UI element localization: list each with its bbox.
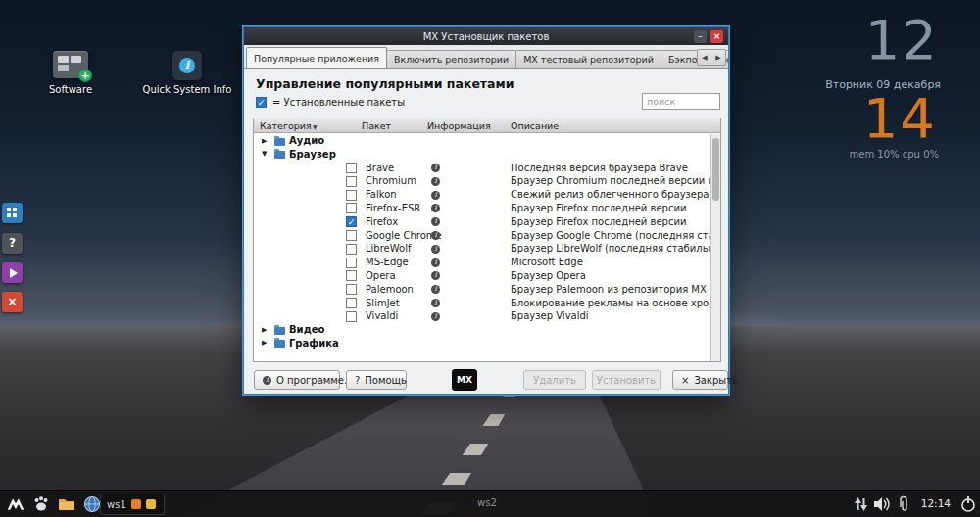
package-checkbox[interactable]: [346, 203, 357, 213]
folder-icon: [274, 138, 285, 146]
uninstall-button[interactable]: Удалить: [523, 370, 586, 390]
volume-icon[interactable]: [872, 494, 892, 514]
info-icon[interactable]: i: [431, 299, 440, 307]
scrollbar-thumb[interactable]: [712, 138, 719, 201]
dock-tools-icon[interactable]: [2, 203, 23, 223]
desktop-screen: + Software Quick System Info 12 Вторник …: [0, 0, 980, 517]
clipboard-paperclip-icon[interactable]: [894, 494, 913, 514]
info-icon[interactable]: i: [431, 285, 440, 294]
package-checkbox[interactable]: [346, 163, 357, 173]
info-icon[interactable]: i: [431, 164, 440, 172]
expand-icon[interactable]: ▶: [262, 324, 267, 338]
info-icon[interactable]: i: [431, 217, 440, 226]
dock-package-icon[interactable]: ×: [2, 292, 23, 312]
system-stats: mem 10% cpu 0%: [850, 149, 939, 160]
column-package[interactable]: Пакет: [362, 118, 391, 133]
package-row[interactable]: MS-EdgeiMicrosoft Edge: [254, 256, 710, 269]
column-information[interactable]: Информация: [427, 118, 491, 133]
info-icon[interactable]: i: [431, 245, 440, 254]
mx-menu-button[interactable]: [6, 494, 25, 514]
expand-icon[interactable]: ▶: [262, 337, 267, 351]
info-icon[interactable]: i: [431, 177, 440, 186]
category-row[interactable]: ▶Аудио: [254, 134, 710, 148]
info-icon[interactable]: i: [431, 231, 440, 240]
workspace-2-label[interactable]: ws2: [477, 497, 497, 508]
package-checkbox[interactable]: [346, 176, 357, 187]
category-row[interactable]: ▶Графика: [254, 337, 710, 351]
file-manager-icon[interactable]: [57, 494, 76, 514]
help-button[interactable]: ? Помощь: [346, 370, 407, 390]
tab-2[interactable]: MX тестовый репозиторий: [515, 50, 662, 68]
close-x-icon: ×: [681, 375, 689, 386]
package-row[interactable]: OperaiБраузер Opera: [254, 269, 710, 283]
browser-globe-icon[interactable]: [82, 494, 102, 514]
table-header[interactable]: Категория ▼ Пакет Информация Описание: [254, 118, 720, 133]
package-row[interactable]: ✓FirefoxiБраузер Firefox последней верси…: [254, 215, 710, 229]
package-table: Категория ▼ Пакет Информация Описание ▶А…: [253, 118, 721, 362]
package-name: Vivaldi: [366, 309, 398, 323]
column-category[interactable]: Категория: [260, 118, 312, 133]
software-icon-label: Software: [31, 84, 110, 95]
folder-icon: [274, 327, 285, 335]
package-row[interactable]: LibreWolfiБраузер LibreWolf (последняя с…: [254, 242, 710, 256]
package-row[interactable]: ChromiumiБраузер Chromium последней верс…: [254, 174, 710, 188]
window-mini-icon-1[interactable]: [131, 499, 141, 509]
category-row[interactable]: ▶Видео: [254, 323, 710, 337]
installed-filter-checkbox[interactable]: ✓: [256, 97, 267, 108]
close-window-button[interactable]: × Закрыть: [672, 370, 728, 390]
install-button[interactable]: Установить: [592, 370, 661, 390]
package-checkbox[interactable]: [346, 284, 357, 295]
window-mini-icon-2[interactable]: [146, 499, 156, 509]
package-checkbox[interactable]: ✓: [346, 216, 357, 227]
column-description[interactable]: Описание: [511, 118, 559, 133]
mx-package-installer-window: MX Установщик пакетов – × Популярные при…: [243, 26, 729, 395]
desktop-icon-software[interactable]: +: [53, 51, 88, 78]
paw-icon[interactable]: [31, 494, 51, 514]
package-row[interactable]: Firefox-ESRiБраузер Firefox последней ве…: [254, 202, 710, 215]
package-row[interactable]: SlimJetiБлокирование рекламы на основе х…: [254, 297, 710, 310]
desktop-icon-quick-system-info[interactable]: [172, 51, 202, 80]
category-row[interactable]: ▼Браузер: [254, 148, 710, 162]
network-icon[interactable]: [851, 494, 870, 514]
package-checkbox[interactable]: [346, 311, 357, 322]
package-checkbox[interactable]: [346, 270, 357, 281]
close-button-label: Закрыть: [694, 375, 738, 386]
package-checkbox[interactable]: [346, 258, 357, 268]
taskbar-clock[interactable]: 12:14: [921, 497, 951, 509]
about-button[interactable]: i О программе...: [254, 370, 340, 390]
package-row[interactable]: PalemooniБраузер Palemoon из репозитория…: [254, 283, 710, 297]
category-label: Аудио: [289, 134, 324, 148]
expand-icon[interactable]: ▶: [262, 135, 267, 149]
info-icon[interactable]: i: [431, 204, 440, 212]
package-row[interactable]: VivaldiiБраузер Vivaldi: [254, 309, 710, 323]
info-icon[interactable]: i: [431, 271, 440, 280]
tab-0[interactable]: Популярные приложения: [246, 47, 387, 68]
close-button[interactable]: ×: [710, 30, 723, 43]
package-row[interactable]: BraveiПоследняя версия браузера Brave: [254, 162, 710, 175]
workspace-1-button[interactable]: ws1: [100, 494, 165, 515]
vertical-scrollbar[interactable]: [710, 134, 720, 361]
dock-help-icon[interactable]: ?: [2, 233, 23, 254]
package-checkbox[interactable]: [346, 190, 357, 201]
info-icon[interactable]: i: [431, 312, 440, 321]
tab-scroll-arrows[interactable]: ◀ ▶: [697, 49, 726, 66]
collapse-icon[interactable]: ▼: [262, 148, 267, 162]
window-titlebar[interactable]: MX Установщик пакетов – ×: [244, 27, 728, 45]
package-checkbox[interactable]: [346, 230, 357, 241]
info-icon[interactable]: i: [431, 191, 440, 200]
workspace-1-label: ws1: [107, 499, 126, 510]
info-icon[interactable]: i: [431, 258, 440, 267]
power-icon[interactable]: [958, 494, 978, 514]
package-row[interactable]: FalkoniСвежий релиз облегченного браузер…: [254, 188, 710, 202]
package-name: Brave: [366, 162, 394, 175]
package-checkbox[interactable]: [346, 298, 357, 308]
package-checkbox[interactable]: [346, 244, 357, 255]
tab-1[interactable]: Включить репозитории: [386, 50, 516, 68]
minimize-button[interactable]: –: [694, 30, 707, 43]
search-input[interactable]: [642, 93, 720, 110]
software-icon: +: [53, 51, 88, 78]
tab-scroll-left-icon[interactable]: ◀: [702, 54, 707, 62]
dock-installer-icon[interactable]: [2, 262, 23, 283]
package-row[interactable]: Google ChromeiБраузер Google Chrome (пос…: [254, 229, 710, 243]
tab-scroll-right-icon[interactable]: ▶: [715, 54, 720, 62]
